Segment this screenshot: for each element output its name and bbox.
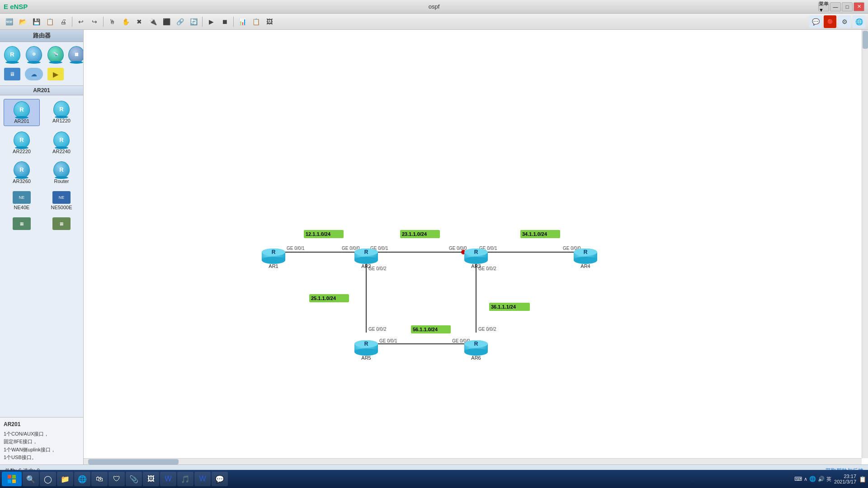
new-btn[interactable]: 🆕 xyxy=(3,15,15,28)
network-icon[interactable]: 🌐 xyxy=(809,476,816,482)
label-12: 12.1.1.0/24 xyxy=(306,231,331,237)
huawei-btn[interactable]: 🔴 xyxy=(824,15,836,28)
file-explorer-btn[interactable]: 📁 xyxy=(57,472,73,486)
time-display: 23:17 xyxy=(834,474,856,479)
undo-btn[interactable]: ↩ xyxy=(75,15,87,28)
media-btn[interactable]: 🎵 xyxy=(177,472,193,486)
start-btn[interactable]: ▶ xyxy=(205,15,217,28)
chart-btn[interactable]: 📊 xyxy=(236,15,249,28)
security-btn[interactable]: 🛡 xyxy=(108,472,125,486)
menu-btn[interactable]: 菜单▼ xyxy=(818,2,829,11)
port-ar6-top: GE 0/0/2 xyxy=(478,327,496,332)
app-logo: E eNSP xyxy=(4,3,28,10)
ar2240-icon: R xyxy=(53,131,70,148)
label-36: 36.1.1.1/24 xyxy=(491,304,516,310)
user-btn[interactable]: 🌐 xyxy=(853,15,865,28)
clip-btn[interactable]: 📎 xyxy=(126,472,142,486)
maximize-btn[interactable]: □ xyxy=(842,2,853,11)
keyboard-icon[interactable]: ⌨ xyxy=(794,476,802,482)
ar1-label: AR1 xyxy=(269,263,278,269)
pc-icon[interactable]: 🖥 xyxy=(3,66,22,83)
lang-icon[interactable]: 英 xyxy=(826,476,831,483)
save-btn[interactable]: 💾 xyxy=(30,15,42,28)
svg-text:R: R xyxy=(474,249,478,255)
svg-text:R: R xyxy=(364,249,368,255)
hand-btn[interactable]: ✋ xyxy=(119,15,132,28)
device-ar2240[interactable]: R AR2240 xyxy=(43,130,80,156)
device-ar3260[interactable]: R AR3260 xyxy=(4,160,40,186)
device-more2[interactable]: ▦ xyxy=(43,216,80,233)
chat-btn[interactable]: 💬 xyxy=(809,15,822,28)
svg-rect-39 xyxy=(12,479,16,483)
word2-btn[interactable]: W xyxy=(194,472,211,486)
chevron-up-icon[interactable]: ∧ xyxy=(804,476,807,482)
redo-btn[interactable]: ↪ xyxy=(88,15,101,28)
svg-rect-36 xyxy=(8,475,11,479)
horizontal-scroll-thumb[interactable] xyxy=(88,459,179,465)
vertical-scroll-thumb[interactable] xyxy=(863,31,868,49)
device-ar2220[interactable]: R AR2220 xyxy=(4,130,40,156)
taskbar-time[interactable]: 23:17 2021/3/17 xyxy=(834,474,856,484)
canvas-area[interactable]: 12.1.1.0/24 23.1.1.0/24 34.1.1.0/24 25.1… xyxy=(84,30,868,465)
ar201-label: AR201 xyxy=(14,118,29,124)
router-ar5[interactable]: R AR5 xyxy=(354,340,378,361)
volume-icon[interactable]: 🔊 xyxy=(818,476,825,482)
device-more1[interactable]: ▦ xyxy=(4,216,40,233)
vertical-scrollbar[interactable] xyxy=(862,30,868,458)
start-button[interactable] xyxy=(2,472,22,486)
img-btn[interactable]: 🖼 xyxy=(263,15,276,28)
label-23: 23.1.1.0/24 xyxy=(402,231,427,237)
arrow-type: ▶ xyxy=(47,68,64,80)
text-btn[interactable]: ⬛ xyxy=(160,15,173,28)
router-ar1[interactable]: R AR1 xyxy=(262,249,285,269)
task-view-btn[interactable]: ◯ xyxy=(40,472,56,486)
select-btn[interactable]: 🖱 xyxy=(106,15,118,28)
ne5000e-label: NE5000E xyxy=(51,205,72,210)
sep4 xyxy=(233,17,234,27)
store-btn[interactable]: 🛍 xyxy=(91,472,108,486)
minimize-btn[interactable]: — xyxy=(830,2,841,11)
router-icon-3[interactable]: 📡 xyxy=(46,45,65,65)
arrow-icon[interactable]: ▶ xyxy=(46,66,65,83)
device-ar201[interactable]: R AR201 xyxy=(4,99,40,126)
close-btn[interactable]: ✕ xyxy=(854,2,864,11)
router-icon-4[interactable]: ▦ xyxy=(67,45,84,65)
link-btn[interactable]: 🔗 xyxy=(174,15,186,28)
stop-btn[interactable]: ⏹ xyxy=(218,15,231,28)
device-ne40e[interactable]: NE NE40E xyxy=(4,189,40,212)
saveas-btn[interactable]: 📋 xyxy=(43,15,56,28)
delete-btn[interactable]: ✖ xyxy=(133,15,146,28)
ar2220-label: AR2220 xyxy=(13,149,31,154)
device-router[interactable]: R Router xyxy=(43,160,80,186)
svg-rect-37 xyxy=(12,475,16,479)
title-bar: E eNSP ospf 菜单▼ — □ ✕ xyxy=(0,0,868,14)
port-ar2-bottom: GE 0/0/2 xyxy=(368,266,387,271)
word-btn[interactable]: W xyxy=(160,472,176,486)
device-ne5000e[interactable]: NE NE5000E xyxy=(43,189,80,212)
more2-icon: ▦ xyxy=(52,217,71,230)
photo-btn[interactable]: 🖼 xyxy=(143,472,159,486)
notification-icon[interactable]: 📋 xyxy=(859,476,866,483)
device-ar1220[interactable]: R AR1220 xyxy=(43,99,80,126)
search-btn[interactable]: 🔍 xyxy=(23,472,39,486)
desc-title: AR201 xyxy=(4,420,80,429)
connect-btn[interactable]: 🔌 xyxy=(146,15,159,28)
settings-btn[interactable]: ⚙ xyxy=(838,15,851,28)
open-btn[interactable]: 📂 xyxy=(16,15,29,28)
config-btn[interactable]: 📋 xyxy=(250,15,262,28)
router-ar6[interactable]: R AR6 xyxy=(464,340,488,361)
router-icon-1[interactable]: R xyxy=(3,45,22,65)
label-25: 25.1.1.0/24 xyxy=(311,296,336,301)
router-icon-2[interactable]: ⚙ xyxy=(24,45,44,65)
svg-text:R: R xyxy=(272,249,276,255)
router-ar4[interactable]: R AR4 xyxy=(574,249,597,269)
print-btn[interactable]: 🖨 xyxy=(57,15,70,28)
edge-btn[interactable]: 🌐 xyxy=(74,472,90,486)
more1-icon: ▦ xyxy=(13,217,31,230)
chat-taskbar-btn[interactable]: 💬 xyxy=(212,472,228,486)
horizontal-scrollbar[interactable] xyxy=(84,458,862,465)
refresh-btn[interactable]: 🔄 xyxy=(187,15,200,28)
cloud-icon[interactable]: ☁ xyxy=(24,66,44,83)
ne40e-label: NE40E xyxy=(14,205,30,210)
ar4-label: AR4 xyxy=(580,263,590,269)
